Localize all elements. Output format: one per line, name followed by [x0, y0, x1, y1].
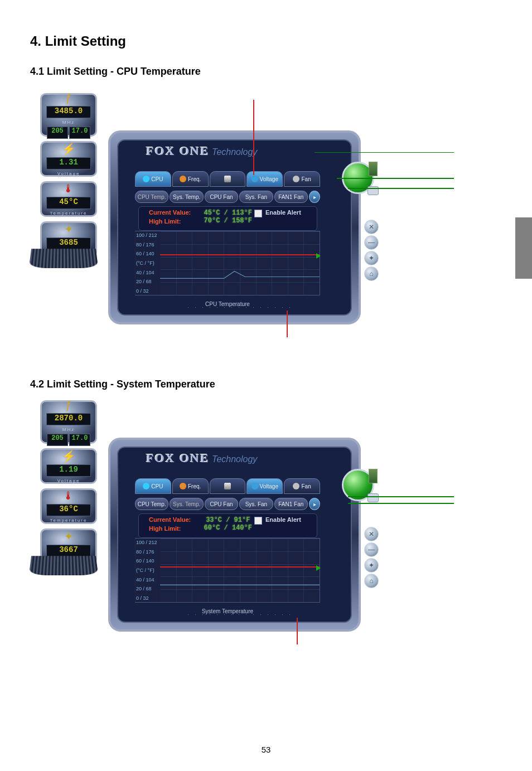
settings-icon[interactable]: ✦: [364, 251, 379, 265]
ytick: 40 / 104: [136, 270, 161, 275]
plot-grid: [160, 539, 320, 602]
bolt-icon: ⚡: [62, 142, 76, 156]
foxconn-logo-icon: ƒ: [65, 399, 71, 411]
figure-system-temperature: FOX ONE Technology CPU Freq. Voltage Fan…: [80, 407, 387, 641]
ytick: 60 / 140: [136, 558, 161, 564]
y-axis-unit: (°C / °F): [136, 260, 161, 266]
mult-readout: 17.0: [69, 434, 90, 446]
temperature-label: Temperature: [50, 211, 88, 216]
tab-voltage-label: Voltage: [260, 483, 278, 489]
temperature-plot: 100 / 212 80 / 176 60 / 140 (°C / °F) 40…: [135, 231, 320, 295]
bus-readout: 205: [47, 434, 68, 446]
panel-inner: FOX ONE Technology CPU Freq. Voltage Fan…: [117, 447, 352, 623]
subtab-next-arrow-icon[interactable]: ▸: [309, 191, 320, 203]
subtab-sys-temp[interactable]: Sys. Temp.: [170, 191, 203, 203]
primary-tabs: CPU Freq. Voltage Fan: [135, 171, 320, 187]
fan-icon: [293, 483, 299, 489]
limit-slider-knob[interactable]: [367, 493, 379, 502]
enable-alert-label: Enable Alert: [265, 209, 301, 216]
tab-unlabeled[interactable]: [210, 171, 246, 187]
subtab-sys-fan[interactable]: Sys. Fan: [239, 498, 273, 510]
subtab-next-arrow-icon[interactable]: ▸: [309, 498, 320, 510]
close-icon[interactable]: ✕: [364, 220, 379, 234]
subtab-cpu-fan[interactable]: CPU Fan: [205, 191, 238, 203]
enable-alert-checkbox[interactable]: [254, 517, 262, 525]
voltage-label: Voltage: [57, 478, 80, 483]
voltage-pod: ⚡ 1.31 Voltage: [40, 141, 97, 177]
settings-icon[interactable]: ✦: [364, 558, 379, 573]
temperature-plot: 100 / 212 80 / 176 60 / 140 (°C / °F) 40…: [135, 538, 320, 603]
side-icons: ✕ — ✦ ⌂: [364, 220, 379, 281]
close-icon[interactable]: ✕: [364, 527, 379, 541]
ytick: 60 / 140: [136, 251, 161, 256]
current-value-label: Current Value:: [149, 516, 202, 523]
ytick: 40 / 104: [136, 577, 161, 583]
limit-gauge: [369, 162, 378, 176]
speaker-grill: [29, 556, 98, 575]
subtab-sys-temp[interactable]: Sys. Temp.: [170, 498, 203, 510]
ytick: 80 / 176: [136, 242, 161, 248]
section-thumb-tab: [515, 217, 532, 279]
enable-alert-label: Enable Alert: [265, 516, 301, 523]
fan-icon: ✦: [64, 222, 74, 236]
subtab-fan1-fan[interactable]: FAN1 Fan: [274, 191, 308, 203]
fan-readout: 3667: [46, 545, 91, 557]
annotation-line: [337, 178, 454, 179]
tab-voltage[interactable]: Voltage: [246, 171, 283, 187]
fan-icon: ✦: [64, 530, 74, 543]
figure-cpu-temperature: FOX ONE Technology CPU Freq. Voltage Fan…: [80, 100, 387, 334]
value-readout: Current Value: High Limit: 45°C / 113°F …: [138, 206, 317, 231]
page-title: 4. Limit Setting: [30, 33, 502, 49]
high-limit-value: 70°C / 158°F: [202, 217, 255, 225]
annotation-line: [253, 100, 254, 175]
tab-fan-label: Fan: [301, 176, 311, 182]
ytick: 100 / 212: [136, 232, 161, 238]
temperature-readout: 36°C: [46, 504, 91, 516]
tab-freq-label: Freq.: [188, 176, 201, 182]
tab-cpu[interactable]: CPU: [135, 171, 171, 187]
subtab-cpu-temp[interactable]: CPU Temp.: [135, 191, 168, 203]
plot-grid: [160, 231, 320, 295]
y-axis-ticks: 100 / 212 80 / 176 60 / 140 (°C / °F) 40…: [134, 539, 161, 602]
brand-tagline: Technology: [212, 147, 257, 157]
panel-inner: FOX ONE Technology CPU Freq. Voltage Fan…: [117, 139, 352, 316]
enable-alert-option[interactable]: Enable Alert: [254, 516, 312, 525]
brand-bar: FOX ONE Technology: [146, 144, 328, 166]
clock-pod: ƒ 3485.0 MHz 205 17.0: [40, 93, 97, 137]
voltage-readout: 1.31: [46, 157, 91, 169]
tab-cpu-label: CPU: [151, 176, 163, 182]
tab-freq[interactable]: Freq.: [172, 171, 209, 187]
current-value-label: Current Value:: [149, 209, 202, 216]
subtab-fan1-fan[interactable]: FAN1 Fan: [274, 498, 308, 510]
tab-fan[interactable]: Fan: [284, 478, 320, 494]
high-limit-line: [160, 254, 320, 255]
foxone-panel: FOX ONE Technology CPU Freq. Voltage Fan…: [108, 438, 361, 632]
tab-cpu[interactable]: CPU: [135, 478, 171, 494]
high-limit-label: High Limit:: [149, 218, 202, 225]
subtab-sys-fan[interactable]: Sys. Fan: [239, 191, 273, 203]
minimize-icon[interactable]: —: [364, 235, 379, 250]
subtab-cpu-fan[interactable]: CPU Fan: [205, 498, 238, 510]
temperature-label: Temperature: [50, 518, 88, 523]
high-limit-label: High Limit:: [149, 525, 202, 532]
minimize-icon[interactable]: —: [364, 542, 379, 557]
enable-alert-option[interactable]: Enable Alert: [254, 209, 312, 217]
high-limit-line: [160, 566, 320, 568]
temperature-readout: 45°C: [46, 197, 91, 209]
tab-fan[interactable]: Fan: [284, 171, 320, 187]
limit-slider-handle-icon[interactable]: [316, 565, 321, 571]
value-readout: Current Value: High Limit: 33°C / 91°F 6…: [138, 513, 317, 538]
clock-unit: MHz: [62, 120, 75, 125]
limit-slider-handle-icon[interactable]: [316, 253, 321, 259]
home-icon[interactable]: ⌂: [364, 266, 379, 281]
tab-voltage[interactable]: Voltage: [246, 478, 283, 494]
timeline-dots: · · · · · · · · · · · · · · ·: [180, 612, 301, 617]
speaker-grill: [29, 249, 98, 268]
subtab-cpu-temp[interactable]: CPU Temp.: [135, 498, 168, 510]
temperature-pod: 🌡 45°C Temperature: [40, 181, 97, 217]
tab-freq[interactable]: Freq.: [172, 478, 209, 494]
tab-unlabeled[interactable]: [210, 478, 246, 494]
section-title-2: 4.2 Limit Setting - System Temperature: [30, 379, 502, 390]
home-icon[interactable]: ⌂: [364, 574, 379, 588]
enable-alert-checkbox[interactable]: [254, 210, 262, 217]
